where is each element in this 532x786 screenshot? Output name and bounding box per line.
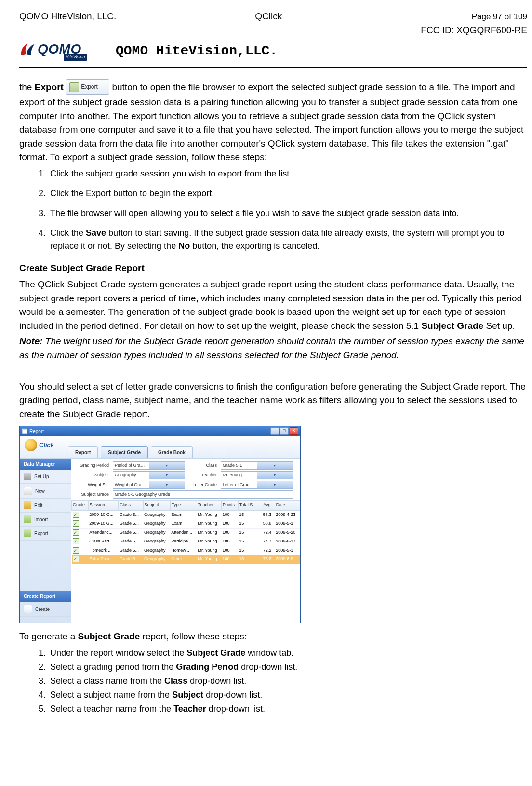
col-subject[interactable]: Subject [143, 501, 170, 511]
sessions-table: Grade Session Class Subject Type Teacher… [71, 500, 300, 564]
cell-grade[interactable] [72, 537, 89, 546]
logo-subtext: HiteVision [64, 54, 87, 61]
s4-pre: Click the [50, 228, 86, 238]
col-total[interactable]: Total St... [238, 501, 262, 511]
cell-avg: 74.7 [262, 537, 275, 546]
company-title: QOMO HiteVision,LLC. [116, 41, 278, 61]
sidebar-item-setup[interactable]: Set Up [20, 470, 71, 484]
cell-type: Exam [170, 510, 197, 519]
para1: The QClick Subject Grade system generate… [19, 278, 527, 333]
cell-session: Extra Poin... [88, 555, 119, 564]
sidebar-item-new[interactable]: New [20, 484, 71, 499]
para1-bold: Subject Grade [421, 321, 483, 331]
cell-session: Attendanc... [88, 528, 119, 537]
chevron-down-icon: ▾ [149, 462, 185, 469]
combo-letter-grade[interactable]: Letter of Grade 5-1 Geograp▾ [221, 481, 293, 489]
col-type[interactable]: Type [170, 501, 197, 511]
cell-total: 15 [238, 537, 262, 546]
checkbox-icon[interactable] [73, 512, 79, 518]
minimize-button[interactable]: – [270, 427, 279, 435]
table-row[interactable]: Class Part...Grade 5...GeographyParticip… [72, 537, 300, 546]
step-post: drop-down list. [187, 676, 246, 686]
label-letter-grade: Letter Grade [188, 482, 218, 488]
cell-date: 2009-5-1 [275, 519, 300, 529]
label-teacher: Teacher [188, 472, 218, 479]
step-bold: Subject Grade [186, 648, 245, 658]
combo-value: Period of Grade 5-1 Geogra [113, 462, 149, 469]
table-row[interactable]: 2009-10 G...Grade 5...GeographyExamMr. Y… [72, 510, 300, 519]
cell-total: 15 [238, 528, 262, 537]
report-window-screenshot: Report – □ ✕ Click Report Subject Grade … [19, 426, 301, 623]
field-subject-grade[interactable]: Grade 5-1 Geography Grade [113, 490, 293, 499]
step-bold: Grading Period [176, 662, 239, 672]
export-button-label: Export [81, 82, 98, 91]
export-icon [24, 529, 31, 537]
logo-row: QOMO HiteVision QOMO HiteVision,LLC. [19, 39, 527, 63]
setup-icon [24, 473, 31, 480]
intro-t1: the [19, 82, 35, 92]
combo-grading-period[interactable]: Period of Grade 5-1 Geogra▾ [113, 461, 185, 470]
combo-subject[interactable]: Geography▾ [113, 471, 185, 479]
cell-grade[interactable] [72, 555, 89, 564]
sidebar-item-label: Set Up [34, 473, 49, 480]
cell-subject: Geography [143, 546, 170, 555]
col-session[interactable]: Session [88, 501, 119, 511]
sidebar-item-import[interactable]: Import [20, 513, 71, 527]
sidebar-header-data-manager: Data Manager [20, 459, 71, 470]
checkbox-icon[interactable] [73, 529, 79, 536]
checkbox-icon[interactable] [73, 538, 79, 544]
sidebar-item-create[interactable]: Create [20, 602, 71, 617]
col-date[interactable]: Date [275, 501, 300, 511]
sidebar-item-label: New [35, 488, 45, 495]
intro-paragraph: the Export Export button to open the fil… [19, 80, 527, 164]
cell-points: 100 [222, 537, 239, 546]
col-grade[interactable]: Grade [72, 501, 89, 511]
list-item: Under the report window select the Subje… [48, 647, 527, 660]
cell-teacher: Mr. Young [197, 537, 221, 546]
section-title: Create Subject Grade Report [19, 261, 527, 275]
table-row[interactable]: 2009-10 G...Grade 5...GeographyExamMr. Y… [72, 519, 300, 529]
tab-grade-book[interactable]: Grade Book [151, 446, 193, 458]
close-button[interactable]: ✕ [290, 427, 298, 435]
cell-class: Grade 5... [119, 537, 143, 546]
cell-class: Grade 5... [119, 528, 143, 537]
combo-class[interactable]: Grade 5-1▾ [221, 461, 293, 470]
cell-grade[interactable] [72, 519, 89, 529]
import-icon [24, 515, 31, 523]
chevron-down-icon: ▾ [257, 481, 293, 488]
filters-panel: Grading Period Period of Grade 5-1 Geogr… [71, 459, 300, 500]
cell-grade[interactable] [72, 510, 89, 519]
qclick-text: Click [39, 440, 54, 450]
col-avg[interactable]: Avg. [262, 501, 275, 511]
maximize-button[interactable]: □ [280, 427, 289, 435]
header-company: QOMO HiteVision, LLC. [19, 10, 116, 37]
sidebar-item-export[interactable]: Export [20, 527, 71, 541]
checkbox-icon[interactable] [73, 556, 79, 562]
cell-avg: 76.3 [262, 555, 275, 564]
cell-teacher: Mr. Young [197, 519, 221, 529]
cell-grade[interactable] [72, 546, 89, 555]
cell-grade[interactable] [72, 528, 89, 537]
header-row: QOMO HiteVision, LLC. QClick Page 97 of … [19, 10, 527, 37]
field-value: Grade 5-1 Geography Grade [115, 491, 170, 498]
list-item: Select a teacher name from the Teacher d… [48, 703, 527, 716]
cell-session: 2009-10 G... [88, 519, 119, 529]
cell-points: 100 [222, 555, 239, 564]
col-teacher[interactable]: Teacher [197, 501, 221, 511]
cell-class: Grade 5... [119, 546, 143, 555]
table-row[interactable]: Extra Poin...Grade 5...GeographyOtherMr.… [72, 555, 300, 564]
col-class[interactable]: Class [119, 501, 143, 511]
chevron-down-icon: ▾ [257, 472, 293, 479]
sidebar-item-edit[interactable]: Edit [20, 499, 71, 513]
qclick-logo: Click [25, 439, 54, 451]
combo-value: Grade 5-1 [221, 462, 257, 469]
table-row[interactable]: Homeork ...Grade 5...GeographyHomew...Mr… [72, 546, 300, 555]
tab-subject-grade[interactable]: Subject Grade [101, 446, 148, 458]
tab-report[interactable]: Report [68, 446, 98, 458]
combo-weight-set[interactable]: Weight of Grade5-1 Geogra▾ [113, 481, 185, 489]
table-row[interactable]: Attendanc...Grade 5...GeographyAttendan.… [72, 528, 300, 537]
checkbox-icon[interactable] [73, 547, 79, 554]
combo-teacher[interactable]: Mr. Young▾ [221, 471, 293, 479]
checkbox-icon[interactable] [73, 520, 79, 527]
col-points[interactable]: Points [222, 501, 239, 511]
